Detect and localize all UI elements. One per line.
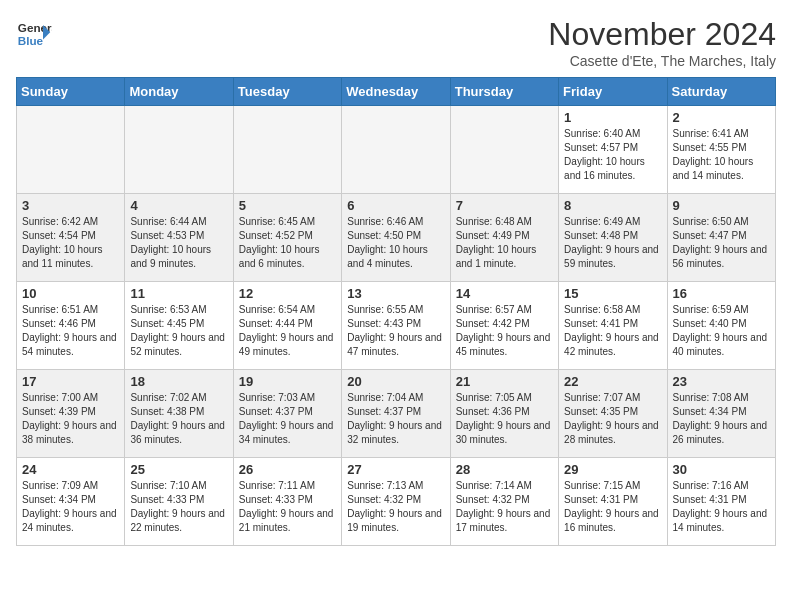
day-info: Sunrise: 6:49 AM Sunset: 4:48 PM Dayligh… bbox=[564, 215, 661, 271]
calendar-cell: 8Sunrise: 6:49 AM Sunset: 4:48 PM Daylig… bbox=[559, 194, 667, 282]
calendar-cell bbox=[125, 106, 233, 194]
calendar-cell: 4Sunrise: 6:44 AM Sunset: 4:53 PM Daylig… bbox=[125, 194, 233, 282]
header-tuesday: Tuesday bbox=[233, 78, 341, 106]
day-info: Sunrise: 7:09 AM Sunset: 4:34 PM Dayligh… bbox=[22, 479, 119, 535]
header-thursday: Thursday bbox=[450, 78, 558, 106]
day-info: Sunrise: 6:40 AM Sunset: 4:57 PM Dayligh… bbox=[564, 127, 661, 183]
day-info: Sunrise: 7:04 AM Sunset: 4:37 PM Dayligh… bbox=[347, 391, 444, 447]
day-number: 7 bbox=[456, 198, 553, 213]
day-info: Sunrise: 7:03 AM Sunset: 4:37 PM Dayligh… bbox=[239, 391, 336, 447]
day-number: 30 bbox=[673, 462, 770, 477]
calendar-cell: 15Sunrise: 6:58 AM Sunset: 4:41 PM Dayli… bbox=[559, 282, 667, 370]
day-info: Sunrise: 6:58 AM Sunset: 4:41 PM Dayligh… bbox=[564, 303, 661, 359]
day-info: Sunrise: 7:05 AM Sunset: 4:36 PM Dayligh… bbox=[456, 391, 553, 447]
day-info: Sunrise: 7:13 AM Sunset: 4:32 PM Dayligh… bbox=[347, 479, 444, 535]
day-info: Sunrise: 7:11 AM Sunset: 4:33 PM Dayligh… bbox=[239, 479, 336, 535]
day-number: 28 bbox=[456, 462, 553, 477]
day-info: Sunrise: 7:16 AM Sunset: 4:31 PM Dayligh… bbox=[673, 479, 770, 535]
day-number: 10 bbox=[22, 286, 119, 301]
calendar-cell: 20Sunrise: 7:04 AM Sunset: 4:37 PM Dayli… bbox=[342, 370, 450, 458]
day-info: Sunrise: 7:14 AM Sunset: 4:32 PM Dayligh… bbox=[456, 479, 553, 535]
calendar-cell: 28Sunrise: 7:14 AM Sunset: 4:32 PM Dayli… bbox=[450, 458, 558, 546]
day-info: Sunrise: 6:48 AM Sunset: 4:49 PM Dayligh… bbox=[456, 215, 553, 271]
calendar-cell: 5Sunrise: 6:45 AM Sunset: 4:52 PM Daylig… bbox=[233, 194, 341, 282]
day-number: 4 bbox=[130, 198, 227, 213]
day-number: 29 bbox=[564, 462, 661, 477]
page-header: General Blue November 2024 Casette d'Ete… bbox=[16, 16, 776, 69]
calendar-cell: 19Sunrise: 7:03 AM Sunset: 4:37 PM Dayli… bbox=[233, 370, 341, 458]
header-monday: Monday bbox=[125, 78, 233, 106]
svg-text:Blue: Blue bbox=[18, 34, 44, 47]
day-info: Sunrise: 6:55 AM Sunset: 4:43 PM Dayligh… bbox=[347, 303, 444, 359]
day-number: 16 bbox=[673, 286, 770, 301]
day-info: Sunrise: 6:57 AM Sunset: 4:42 PM Dayligh… bbox=[456, 303, 553, 359]
week-row-5: 24Sunrise: 7:09 AM Sunset: 4:34 PM Dayli… bbox=[17, 458, 776, 546]
calendar-cell: 23Sunrise: 7:08 AM Sunset: 4:34 PM Dayli… bbox=[667, 370, 775, 458]
week-row-3: 10Sunrise: 6:51 AM Sunset: 4:46 PM Dayli… bbox=[17, 282, 776, 370]
header-saturday: Saturday bbox=[667, 78, 775, 106]
day-info: Sunrise: 6:41 AM Sunset: 4:55 PM Dayligh… bbox=[673, 127, 770, 183]
day-number: 6 bbox=[347, 198, 444, 213]
day-info: Sunrise: 6:51 AM Sunset: 4:46 PM Dayligh… bbox=[22, 303, 119, 359]
day-info: Sunrise: 6:50 AM Sunset: 4:47 PM Dayligh… bbox=[673, 215, 770, 271]
day-number: 26 bbox=[239, 462, 336, 477]
logo-icon: General Blue bbox=[16, 16, 52, 52]
day-info: Sunrise: 7:10 AM Sunset: 4:33 PM Dayligh… bbox=[130, 479, 227, 535]
calendar-cell: 13Sunrise: 6:55 AM Sunset: 4:43 PM Dayli… bbox=[342, 282, 450, 370]
day-number: 22 bbox=[564, 374, 661, 389]
day-info: Sunrise: 6:46 AM Sunset: 4:50 PM Dayligh… bbox=[347, 215, 444, 271]
header-friday: Friday bbox=[559, 78, 667, 106]
day-number: 25 bbox=[130, 462, 227, 477]
day-number: 19 bbox=[239, 374, 336, 389]
calendar-cell: 12Sunrise: 6:54 AM Sunset: 4:44 PM Dayli… bbox=[233, 282, 341, 370]
calendar-cell: 21Sunrise: 7:05 AM Sunset: 4:36 PM Dayli… bbox=[450, 370, 558, 458]
calendar-cell: 25Sunrise: 7:10 AM Sunset: 4:33 PM Dayli… bbox=[125, 458, 233, 546]
day-number: 11 bbox=[130, 286, 227, 301]
day-info: Sunrise: 7:15 AM Sunset: 4:31 PM Dayligh… bbox=[564, 479, 661, 535]
calendar-cell: 7Sunrise: 6:48 AM Sunset: 4:49 PM Daylig… bbox=[450, 194, 558, 282]
calendar-cell: 3Sunrise: 6:42 AM Sunset: 4:54 PM Daylig… bbox=[17, 194, 125, 282]
day-info: Sunrise: 7:07 AM Sunset: 4:35 PM Dayligh… bbox=[564, 391, 661, 447]
day-info: Sunrise: 6:42 AM Sunset: 4:54 PM Dayligh… bbox=[22, 215, 119, 271]
day-number: 27 bbox=[347, 462, 444, 477]
month-title: November 2024 bbox=[548, 16, 776, 53]
calendar-cell: 6Sunrise: 6:46 AM Sunset: 4:50 PM Daylig… bbox=[342, 194, 450, 282]
calendar-cell bbox=[17, 106, 125, 194]
day-number: 12 bbox=[239, 286, 336, 301]
day-number: 3 bbox=[22, 198, 119, 213]
day-number: 14 bbox=[456, 286, 553, 301]
calendar-cell: 2Sunrise: 6:41 AM Sunset: 4:55 PM Daylig… bbox=[667, 106, 775, 194]
day-number: 23 bbox=[673, 374, 770, 389]
logo: General Blue bbox=[16, 16, 52, 52]
day-number: 8 bbox=[564, 198, 661, 213]
day-number: 17 bbox=[22, 374, 119, 389]
day-info: Sunrise: 7:00 AM Sunset: 4:39 PM Dayligh… bbox=[22, 391, 119, 447]
calendar-cell: 9Sunrise: 6:50 AM Sunset: 4:47 PM Daylig… bbox=[667, 194, 775, 282]
day-number: 9 bbox=[673, 198, 770, 213]
day-number: 20 bbox=[347, 374, 444, 389]
location-subtitle: Casette d'Ete, The Marches, Italy bbox=[548, 53, 776, 69]
day-number: 13 bbox=[347, 286, 444, 301]
week-row-4: 17Sunrise: 7:00 AM Sunset: 4:39 PM Dayli… bbox=[17, 370, 776, 458]
calendar-cell: 29Sunrise: 7:15 AM Sunset: 4:31 PM Dayli… bbox=[559, 458, 667, 546]
day-number: 5 bbox=[239, 198, 336, 213]
day-info: Sunrise: 6:53 AM Sunset: 4:45 PM Dayligh… bbox=[130, 303, 227, 359]
week-row-2: 3Sunrise: 6:42 AM Sunset: 4:54 PM Daylig… bbox=[17, 194, 776, 282]
calendar-cell: 11Sunrise: 6:53 AM Sunset: 4:45 PM Dayli… bbox=[125, 282, 233, 370]
day-number: 15 bbox=[564, 286, 661, 301]
day-number: 21 bbox=[456, 374, 553, 389]
week-row-1: 1Sunrise: 6:40 AM Sunset: 4:57 PM Daylig… bbox=[17, 106, 776, 194]
calendar-cell: 16Sunrise: 6:59 AM Sunset: 4:40 PM Dayli… bbox=[667, 282, 775, 370]
day-number: 1 bbox=[564, 110, 661, 125]
day-info: Sunrise: 6:59 AM Sunset: 4:40 PM Dayligh… bbox=[673, 303, 770, 359]
day-info: Sunrise: 6:45 AM Sunset: 4:52 PM Dayligh… bbox=[239, 215, 336, 271]
calendar-cell: 26Sunrise: 7:11 AM Sunset: 4:33 PM Dayli… bbox=[233, 458, 341, 546]
day-info: Sunrise: 6:44 AM Sunset: 4:53 PM Dayligh… bbox=[130, 215, 227, 271]
calendar-cell bbox=[233, 106, 341, 194]
calendar-cell bbox=[450, 106, 558, 194]
calendar-cell: 1Sunrise: 6:40 AM Sunset: 4:57 PM Daylig… bbox=[559, 106, 667, 194]
day-info: Sunrise: 7:08 AM Sunset: 4:34 PM Dayligh… bbox=[673, 391, 770, 447]
calendar-header-row: SundayMondayTuesdayWednesdayThursdayFrid… bbox=[17, 78, 776, 106]
calendar-cell bbox=[342, 106, 450, 194]
calendar-cell: 14Sunrise: 6:57 AM Sunset: 4:42 PM Dayli… bbox=[450, 282, 558, 370]
